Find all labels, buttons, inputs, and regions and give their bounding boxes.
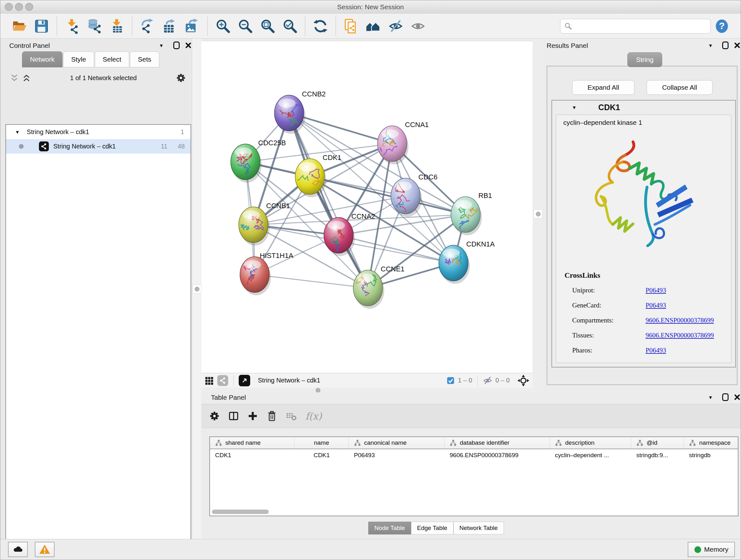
crosslink-uniprot[interactable]: P06493 <box>646 287 666 294</box>
minimize-window-light[interactable] <box>15 3 23 11</box>
table-settings-gear-icon[interactable] <box>209 411 220 422</box>
tab-sets[interactable]: Sets <box>130 51 159 67</box>
memory-button[interactable]: Memory <box>688 542 735 557</box>
show-columns-icon[interactable] <box>228 411 239 422</box>
import-network-database-button[interactable] <box>86 18 103 35</box>
refresh-button[interactable] <box>312 18 329 35</box>
close-panel-icon[interactable] <box>734 42 741 49</box>
toolbar-search[interactable] <box>560 19 711 34</box>
panel-menu-arrow-icon[interactable]: ▼ <box>708 395 713 400</box>
table-panel-title: Table Panel <box>211 394 246 401</box>
network-node-CCNA1[interactable]: CCNA1 <box>375 121 428 165</box>
svg-text:?: ? <box>719 20 725 31</box>
hide-panel-button[interactable] <box>387 18 404 35</box>
column-header-description[interactable]: description <box>550 437 631 449</box>
import-table-button[interactable] <box>109 18 125 35</box>
expander-icon[interactable]: ▼ <box>15 129 20 135</box>
network-canvas[interactable]: CCNB2CCNA1CDC25BCDK1CDC6RB1CCNB1CCNA2CDK… <box>201 41 533 373</box>
function-builder-icon[interactable]: f(x) <box>306 411 322 422</box>
warning-button[interactable] <box>35 542 55 557</box>
network-view-title: String Network – cdk1 <box>258 377 320 384</box>
tab-select[interactable]: Select <box>95 51 129 67</box>
crosslink-tissues[interactable]: 9606.ENSP00000378699 <box>646 331 714 339</box>
expand-all-icon[interactable] <box>22 73 31 82</box>
close-window-light[interactable] <box>5 3 13 11</box>
birdseye-grid-icon[interactable] <box>205 376 214 385</box>
table-row[interactable]: CDK1 CDK1 P06493 9606.ENSP00000378699 cy… <box>210 449 738 461</box>
duplicate-network-button[interactable] <box>343 18 359 35</box>
open-file-button[interactable] <box>11 18 27 35</box>
home-networks-button[interactable] <box>365 18 382 35</box>
export-table-button[interactable] <box>161 18 178 35</box>
crosslink-genecard[interactable]: P06493 <box>646 301 666 309</box>
export-image-button[interactable] <box>184 18 200 35</box>
horizontal-scrollbar-thumb[interactable] <box>212 509 269 514</box>
expand-all-button[interactable]: Expand All <box>572 80 634 95</box>
float-panel-icon[interactable] <box>173 42 180 49</box>
tab-edge-table[interactable]: Edge Table <box>411 522 454 535</box>
float-panel-icon[interactable] <box>722 42 729 49</box>
panel-menu-arrow-icon[interactable]: ▼ <box>708 43 713 48</box>
column-header-id[interactable]: @id <box>631 437 684 449</box>
network-collection-row[interactable]: ▼ String Network – cdk1 1 <box>6 125 191 139</box>
zoom-out-button[interactable] <box>237 18 253 35</box>
help-button[interactable]: ? <box>714 18 730 35</box>
column-header-shared-name[interactable]: shared name <box>210 437 294 449</box>
cloud-button[interactable] <box>8 542 28 557</box>
export-image-icon <box>185 18 200 34</box>
crosslink-row: Pharos: P06493 <box>572 343 731 358</box>
network-node-HIST1H1A[interactable]: HIST1H1A <box>239 252 293 295</box>
column-header-canonical-name[interactable]: canonical name <box>349 437 445 449</box>
close-panel-icon[interactable] <box>734 394 741 401</box>
network-node-CCNB2[interactable]: CCNB2 <box>274 90 326 134</box>
import-table-icon <box>109 18 125 34</box>
network-row[interactable]: String Network – cdk1 11 48 <box>6 139 191 153</box>
left-splitter-handle[interactable] <box>192 285 201 294</box>
import-network-file-button[interactable] <box>64 18 80 35</box>
tab-style[interactable]: Style <box>63 51 94 67</box>
delete-table-icon[interactable] <box>286 410 297 422</box>
network-node-RB1[interactable]: RB1 <box>451 192 492 235</box>
float-panel-icon[interactable] <box>722 393 729 401</box>
column-header-name[interactable]: name <box>294 437 349 449</box>
tab-string[interactable]: String <box>627 52 662 67</box>
network-thumbnail-icon[interactable] <box>217 375 228 386</box>
zoom-window-light[interactable] <box>25 3 33 11</box>
table-toolbar: f(x) <box>201 404 741 428</box>
network-node-CDKN1A[interactable]: CDKN1A <box>439 240 495 284</box>
gear-icon[interactable] <box>176 73 186 83</box>
bottom-splitter-handle[interactable] <box>316 388 320 393</box>
add-column-icon[interactable] <box>247 411 258 422</box>
node-result-header[interactable]: ▼ CDK1 <box>552 101 735 114</box>
hidden-eye-icon[interactable] <box>483 376 492 385</box>
right-splitter-handle[interactable] <box>534 209 542 219</box>
column-header-database-identifier[interactable]: database identifier <box>445 437 550 449</box>
tab-node-table[interactable]: Node Table <box>368 522 411 535</box>
network-node-CDC25B[interactable]: CDC25B <box>231 139 286 183</box>
toolbar-separator <box>207 17 208 36</box>
edge-count: 48 <box>178 143 185 150</box>
crosslink-pharos[interactable]: P06493 <box>646 347 666 354</box>
help-icon: ? <box>714 18 730 34</box>
zoom-fit-button[interactable] <box>259 18 276 35</box>
zoom-in-button[interactable] <box>214 18 231 35</box>
crosslink-compartments[interactable]: 9606.ENSP00000378699 <box>646 316 714 324</box>
column-header-namespace[interactable]: namespace <box>684 437 738 449</box>
tab-network-table[interactable]: Network Table <box>454 522 504 535</box>
collapse-all-icon[interactable] <box>10 73 19 82</box>
panel-menu-arrow-icon[interactable]: ▼ <box>159 43 164 48</box>
export-network-button[interactable] <box>139 18 156 35</box>
tab-network[interactable]: Network <box>22 51 63 67</box>
delete-column-icon[interactable] <box>266 411 277 422</box>
selected-checkbox-icon[interactable] <box>447 376 455 385</box>
export-network-icon <box>140 18 155 34</box>
collapse-all-button[interactable]: Collapse All <box>647 80 713 95</box>
expander-icon[interactable]: ▼ <box>572 105 577 110</box>
close-panel-icon[interactable] <box>185 42 192 49</box>
detach-view-button[interactable] <box>239 375 250 386</box>
zoom-selected-button[interactable] <box>281 18 298 35</box>
pan-crosshair-icon[interactable] <box>517 374 529 387</box>
save-session-button[interactable] <box>33 18 50 35</box>
show-panel-button[interactable] <box>410 18 426 35</box>
search-input[interactable] <box>575 22 706 30</box>
